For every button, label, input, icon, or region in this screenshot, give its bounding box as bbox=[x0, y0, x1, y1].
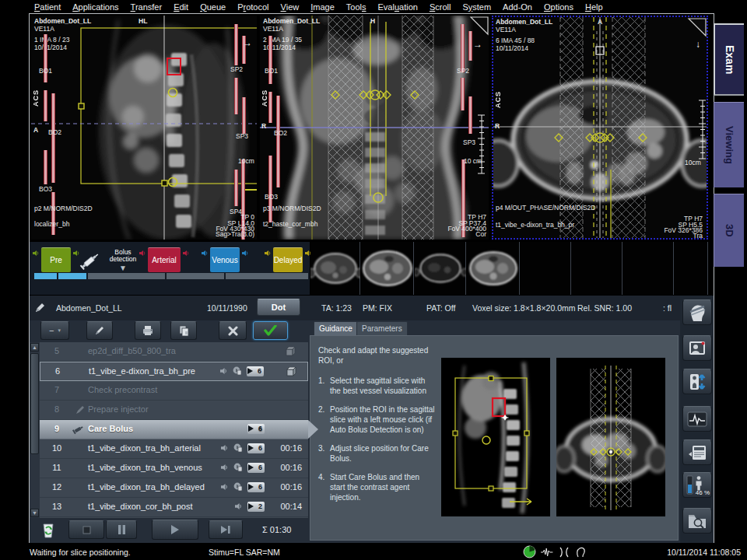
protocol-name: Abdomen_Dot_LL bbox=[56, 303, 122, 313]
menu-protocol[interactable]: Protocol bbox=[237, 2, 268, 12]
thumbnail-axial[interactable] bbox=[415, 242, 466, 295]
sat-band bbox=[268, 92, 272, 123]
vp1-ruler-label: 10cm bbox=[238, 158, 254, 166]
transport-controls: Σ 01:30 bbox=[30, 519, 308, 543]
stack-scroll-arrow[interactable]: → bbox=[473, 39, 482, 50]
stop-button[interactable] bbox=[68, 520, 104, 539]
vp1-orient-top: HL bbox=[139, 18, 147, 26]
scrollbar-thumb[interactable] bbox=[30, 353, 39, 454]
step-number: 2. bbox=[318, 404, 330, 435]
scroll-up-button[interactable]: ▲ bbox=[30, 343, 39, 352]
guidance-intro: Check and adapt the suggested ROI, or bbox=[318, 345, 437, 366]
viewport-axial-selected[interactable]: Abdomen_Dot_LL VE11A 6 IMA 45 / 88 10/11… bbox=[492, 16, 708, 240]
menu-image[interactable]: Image bbox=[310, 2, 335, 12]
queue-row-8[interactable]: 8Prepare injector bbox=[40, 401, 308, 420]
queue-row-label: t1_vibe_dixon_tra_bh_delayed bbox=[88, 482, 205, 492]
dot-button[interactable]: Dot bbox=[257, 299, 300, 316]
thumbnail-axial[interactable] bbox=[467, 242, 520, 295]
menu-add-on[interactable]: Add-On bbox=[503, 2, 532, 12]
menu-view[interactable]: View bbox=[281, 2, 300, 12]
phase-delayed-button[interactable]: Delayed bbox=[273, 247, 303, 272]
menu-applications[interactable]: Applications bbox=[72, 2, 118, 12]
physio-status-icon bbox=[540, 547, 554, 558]
pencil-icon bbox=[75, 405, 85, 416]
guidance-image-sagittal bbox=[441, 358, 550, 516]
exam-panel: Abdomen_Dot_LL 10/11/1990 Dot TA: 1:23 P… bbox=[30, 296, 714, 543]
edit-protocol-button[interactable] bbox=[86, 321, 113, 340]
head-coil-button[interactable] bbox=[682, 299, 712, 325]
progress-segment bbox=[167, 273, 224, 279]
pause-button[interactable] bbox=[106, 520, 137, 539]
tab-viewing[interactable]: Viewing bbox=[714, 102, 744, 187]
tab-exam[interactable]: Exam bbox=[714, 23, 744, 96]
queue-scrollbar[interactable]: ▲ ▼ bbox=[30, 342, 40, 518]
vp2-plane: Cor bbox=[475, 231, 486, 239]
menu-edit[interactable]: Edit bbox=[174, 2, 188, 12]
browse-button[interactable] bbox=[682, 508, 712, 534]
sat-band bbox=[44, 34, 47, 82]
queue-row-number: 12 bbox=[40, 482, 74, 492]
menu-options[interactable]: Options bbox=[544, 2, 573, 12]
sat-band bbox=[51, 192, 55, 235]
vp1-coil-label: ACS bbox=[32, 89, 40, 107]
stepper-button[interactable]: −▾ bbox=[40, 321, 69, 340]
vp1-series: localizer_bh bbox=[34, 221, 69, 229]
stack-scroll-arrow[interactable]: ↓ bbox=[696, 39, 700, 50]
viewport-sagittal[interactable]: Abdomen_Dot_LL VE11A 1 IMA 8 / 23 10/11/… bbox=[31, 16, 257, 240]
total-time: Σ 01:30 bbox=[262, 525, 291, 534]
menu-scroll[interactable]: Scroll bbox=[430, 2, 451, 12]
queue-row-10[interactable]: 10t1_vibe_dixon_tra_bh_arterial600:16 bbox=[40, 439, 308, 459]
skip-button[interactable] bbox=[209, 520, 243, 539]
thumbnail-axial[interactable] bbox=[361, 242, 414, 295]
phase-venous-button[interactable]: Venous bbox=[210, 247, 240, 272]
physio-signal-button[interactable] bbox=[682, 406, 712, 432]
vp3-date: 10/11/2014 bbox=[496, 45, 528, 53]
queue-row-9[interactable]: 9Care Bolus6 bbox=[40, 420, 308, 439]
thumbnail-strip bbox=[310, 242, 708, 295]
menu-system[interactable]: System bbox=[462, 2, 491, 12]
sat-band bbox=[276, 96, 280, 187]
phase-arterial-button[interactable]: Arterial bbox=[148, 247, 181, 272]
sar-monitor-button[interactable]: 46 % bbox=[682, 472, 712, 498]
queue-row-11[interactable]: 11t1_vibe_dixon_tra_bh_venous600:16 bbox=[40, 459, 308, 478]
queue-row-label: t1_vibe_dixon_tra_bh_venous bbox=[88, 463, 202, 472]
copy-button[interactable] bbox=[170, 321, 197, 340]
viewport-coronal[interactable]: Abdomen_Dot_LL VE11A 2 IMA 19 / 35 10/11… bbox=[260, 16, 489, 240]
sat-label: BO3 bbox=[265, 193, 278, 201]
tab-parameters-label: Parameters bbox=[362, 324, 402, 333]
print-button[interactable] bbox=[135, 321, 161, 340]
patient-view-button[interactable] bbox=[682, 335, 712, 361]
queue-row-time: 00:16 bbox=[280, 443, 302, 453]
trash-icon[interactable] bbox=[40, 521, 56, 539]
menu-evaluation[interactable]: Evaluation bbox=[377, 2, 417, 12]
scroll-down-button[interactable]: ▼ bbox=[30, 509, 39, 517]
tab-3d[interactable]: 3D bbox=[714, 194, 744, 267]
queue-row-13[interactable]: 13t1_vibe_dixon_cor_bh_post200:14 bbox=[40, 498, 308, 517]
cancel-button[interactable] bbox=[219, 321, 247, 340]
menu-queue[interactable]: Queue bbox=[200, 2, 226, 12]
edit-pencil-icon[interactable] bbox=[34, 303, 45, 313]
menu-tools[interactable]: Tools bbox=[346, 2, 366, 12]
stack-scroll-arrow[interactable]: → bbox=[243, 37, 252, 48]
protocol-card-button[interactable] bbox=[682, 439, 712, 465]
tab-parameters[interactable]: Parameters bbox=[356, 321, 408, 335]
queue-row-12[interactable]: 12t1_vibe_dixon_tra_bh_delayed600:16 bbox=[40, 478, 308, 498]
copy-reference-icon bbox=[233, 443, 243, 453]
menu-help[interactable]: Help bbox=[585, 2, 603, 12]
sat-label: BO2 bbox=[274, 129, 287, 137]
table-position-button[interactable] bbox=[682, 369, 712, 394]
tab-guidance[interactable]: Guidance bbox=[314, 321, 358, 335]
menu-transfer[interactable]: Transfer bbox=[131, 2, 163, 12]
apply-button[interactable] bbox=[253, 321, 288, 340]
guidance-panel: Guidance Parameters Check and adapt the … bbox=[310, 321, 679, 541]
play-button[interactable] bbox=[152, 520, 198, 540]
menu-patient[interactable]: Patient bbox=[34, 2, 61, 12]
phase-pre-button[interactable]: Pre bbox=[41, 247, 71, 272]
queue-row-label: t1_vibe_e-dixon_tra_bh_pre bbox=[89, 366, 195, 376]
speaker-icon bbox=[221, 444, 229, 453]
queue-row-6[interactable]: 6t1_vibe_e-dixon_tra_bh_pre6 bbox=[40, 362, 308, 381]
queue-row-5[interactable]: 5ep2d_diff_b50_800_tra bbox=[40, 342, 308, 362]
thumbnail-axial[interactable] bbox=[310, 242, 360, 295]
queue-row-number: 7 bbox=[40, 385, 74, 394]
queue-row-7[interactable]: 7Check precontrast bbox=[40, 381, 308, 401]
